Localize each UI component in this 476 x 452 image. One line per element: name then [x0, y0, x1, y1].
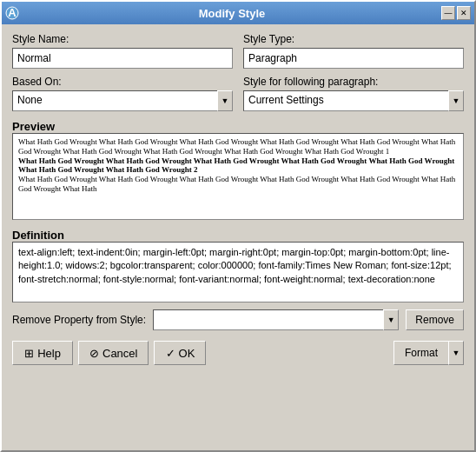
preview-bold-text: What Hath God Wrought What Hath God Wrou… [18, 156, 458, 176]
ok-label: OK [179, 347, 195, 360]
based-on-following-row: Based On: None ▼ Style for following par… [12, 76, 464, 111]
ok-icon: ✓ [166, 347, 175, 360]
based-on-select-container: None ▼ [12, 90, 233, 111]
style-for-paragraph-select-container: Current Settings ▼ [243, 90, 464, 111]
based-on-arrow[interactable]: ▼ [217, 90, 233, 111]
style-for-paragraph-group: Style for following paragraph: Current S… [243, 76, 464, 111]
format-dropdown-arrow[interactable]: ▼ [448, 341, 464, 365]
help-button[interactable]: ⊞ Help [12, 341, 73, 365]
remove-property-row: Remove Property from Style: ▼ Remove [12, 309, 464, 330]
based-on-group: Based On: None ▼ [12, 76, 233, 111]
close-button[interactable]: ✕ [457, 6, 471, 20]
style-type-group: Style Type: [243, 33, 464, 69]
style-name-input[interactable] [12, 48, 233, 69]
title-bar: A Modify Style — ✕ [2, 2, 474, 24]
definition-section: Definition text-align:left; text-indent:… [12, 227, 464, 302]
style-type-input[interactable] [243, 48, 464, 69]
cancel-button[interactable]: ⊘ Cancel [78, 341, 149, 365]
preview-normal-text-2: What Hath God Wrought What Hath God Wrou… [18, 175, 458, 194]
definition-box: text-align:left; text-indent:0in; margin… [12, 242, 464, 302]
help-icon: ⊞ [24, 347, 34, 360]
preview-normal-text-1: What Hath God Wrought What Hath God Wrou… [18, 137, 458, 156]
dialog-window: A Modify Style — ✕ Style Name: Style Typ… [0, 0, 476, 452]
preview-section: Preview What Hath God Wrought What Hath … [12, 118, 464, 220]
remove-property-input[interactable] [153, 309, 383, 330]
remove-property-label: Remove Property from Style: [12, 314, 146, 326]
style-for-paragraph-label: Style for following paragraph: [243, 76, 464, 88]
collapse-button[interactable]: — [441, 6, 455, 20]
cancel-icon: ⊘ [89, 347, 99, 360]
dialog-title: Modify Style [23, 7, 441, 20]
based-on-label: Based On: [12, 76, 233, 88]
svg-text:A: A [8, 6, 17, 19]
format-button[interactable]: Format [393, 341, 448, 365]
window-controls: — ✕ [441, 6, 471, 20]
app-icon: A [5, 6, 19, 20]
format-container: Format ▼ [393, 341, 464, 365]
preview-box: What Hath God Wrought What Hath God Wrou… [12, 133, 464, 220]
style-name-label: Style Name: [12, 33, 233, 45]
style-name-group: Style Name: [12, 33, 233, 69]
remove-property-arrow[interactable]: ▼ [383, 309, 399, 330]
cancel-label: Cancel [102, 347, 137, 360]
dialog-content: Style Name: Style Type: Based On: None ▼… [2, 24, 474, 450]
style-name-type-row: Style Name: Style Type: [12, 33, 464, 69]
remove-button[interactable]: Remove [406, 309, 464, 330]
ok-button[interactable]: ✓ OK [154, 341, 206, 365]
help-label: Help [37, 347, 61, 360]
style-for-paragraph-value[interactable]: Current Settings [243, 90, 448, 111]
button-row: ⊞ Help ⊘ Cancel ✓ OK Format ▼ [12, 341, 464, 365]
based-on-value[interactable]: None [12, 90, 217, 111]
definition-title: Definition [12, 229, 464, 242]
style-for-paragraph-arrow[interactable]: ▼ [448, 90, 464, 111]
preview-title: Preview [12, 120, 464, 133]
style-type-label: Style Type: [243, 33, 464, 45]
remove-input-container: ▼ [153, 309, 399, 330]
